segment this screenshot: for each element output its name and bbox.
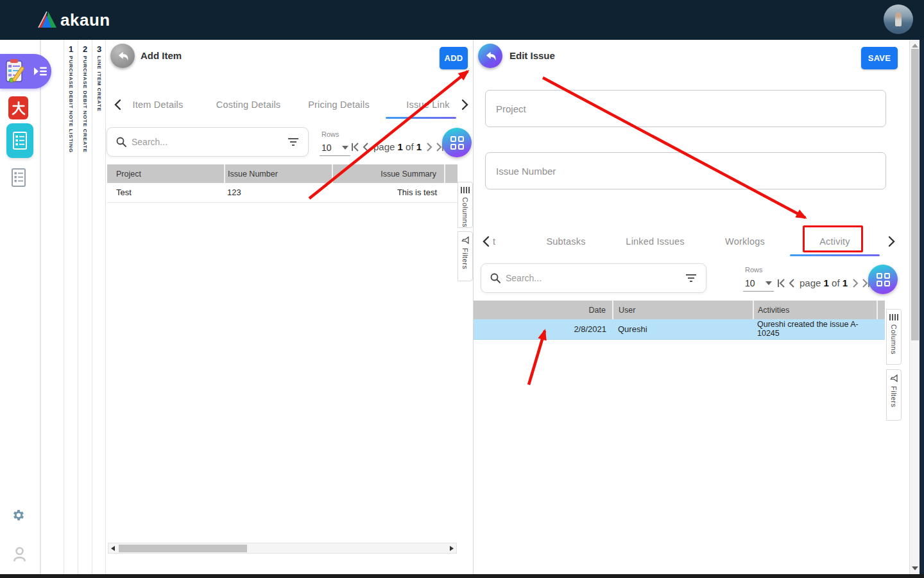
tab-item-details[interactable]: Item Details xyxy=(133,100,184,110)
grid-icon xyxy=(877,273,890,286)
filters-side-tab[interactable]: Filters xyxy=(886,369,902,421)
filter-funnel-icon xyxy=(461,236,469,244)
scroll-left-arrow-icon[interactable] xyxy=(111,546,115,551)
back-arrow-icon xyxy=(116,49,130,63)
tab-pricing-details[interactable]: Pricing Details xyxy=(308,100,370,110)
search-input[interactable] xyxy=(506,273,685,283)
brand-wordmark: akaun xyxy=(60,10,110,30)
table-header-row: Date User Activities xyxy=(474,301,885,319)
first-page-button[interactable] xyxy=(777,279,785,288)
columns-side-tab[interactable]: Columns xyxy=(458,182,473,228)
add-item-panel: Add Item ADD Item Details Costing Detail… xyxy=(105,40,472,574)
next-page-button[interactable] xyxy=(426,143,432,152)
scroll-up-arrow-icon[interactable] xyxy=(912,44,918,48)
tab-worklogs[interactable]: Worklogs xyxy=(725,236,765,247)
next-page-button[interactable] xyxy=(852,279,859,288)
column-header-issue-number[interactable]: Issue Number xyxy=(225,164,332,183)
workspace-tab-strip: 1 PURCHASE DEBIT NOTE LISTING 2 PURCHASE… xyxy=(40,40,105,574)
column-header-date[interactable]: Date xyxy=(474,301,613,319)
akaun-logo-icon xyxy=(37,9,58,31)
search-icon xyxy=(116,137,126,147)
cell-issue-number: 123 xyxy=(225,183,332,202)
horizontal-scroll-thumb[interactable] xyxy=(119,545,247,552)
cell-stub xyxy=(445,183,458,202)
search-input[interactable] xyxy=(132,137,287,147)
user-avatar[interactable] xyxy=(884,4,913,34)
issue-number-field[interactable] xyxy=(485,152,886,189)
column-header-user[interactable]: User xyxy=(613,301,753,319)
activity-table: Date User Activities 2/8/2021 Qureshi Qu… xyxy=(474,301,885,340)
list-table-icon xyxy=(12,131,28,150)
filter-list-icon[interactable] xyxy=(685,274,697,283)
rows-per-page-value: 10 xyxy=(321,143,332,153)
table-row-selected[interactable]: 2/8/2021 Qureshi Qureshi created the iss… xyxy=(474,319,885,339)
collapse-menu-icon xyxy=(33,65,47,78)
workspace-tab-purchase-debit-note-listing[interactable]: 1 PURCHASE DEBIT NOTE LISTING xyxy=(64,40,78,574)
da-app-icon[interactable] xyxy=(8,96,28,119)
rows-label: Rows xyxy=(745,266,763,274)
issue-number-input[interactable] xyxy=(486,153,886,189)
search-card xyxy=(481,263,706,293)
workspace-tab-label: LINE ITEM CREATE xyxy=(96,56,102,112)
workspace-tab-line-item-create[interactable]: 3 LINE ITEM CREATE xyxy=(92,40,106,574)
prev-page-button[interactable] xyxy=(789,279,795,288)
app-sidebar xyxy=(0,40,40,574)
column-header-issue-summary[interactable]: Issue Summary xyxy=(332,164,445,183)
rows-label: Rows xyxy=(321,130,339,138)
cell-project: Test xyxy=(107,183,225,202)
scroll-right-arrow-icon[interactable] xyxy=(450,546,454,551)
table-row[interactable]: Test 123 This is test xyxy=(107,183,458,202)
vertical-scroll-thumb[interactable] xyxy=(911,49,919,340)
columns-label: Columns xyxy=(890,324,898,355)
scroll-down-arrow-icon[interactable] xyxy=(912,566,918,570)
ledger-app-icon[interactable] xyxy=(6,123,33,158)
column-header-activities[interactable]: Activities xyxy=(753,301,877,319)
save-button[interactable]: SAVE xyxy=(861,47,898,69)
columns-label: Columns xyxy=(461,197,469,227)
profile-person-icon[interactable] xyxy=(13,547,26,562)
cell-stub xyxy=(877,319,885,339)
tab-issue-link-active[interactable]: Issue Link xyxy=(406,100,449,110)
column-header-stub xyxy=(445,164,458,183)
back-button[interactable] xyxy=(110,44,135,68)
add-button[interactable]: ADD xyxy=(440,47,468,69)
rows-per-page-select[interactable]: 10 xyxy=(320,139,350,156)
panel-title: Edit Issue xyxy=(509,50,555,61)
grid-view-button[interactable] xyxy=(868,265,898,294)
back-button[interactable] xyxy=(478,44,502,68)
tab-partial[interactable]: t xyxy=(493,236,495,247)
vertical-scrollbar[interactable] xyxy=(909,40,920,574)
top-header: akaun xyxy=(0,0,924,40)
tabs-scroll-right-icon[interactable] xyxy=(887,236,896,247)
tab-linked-issues[interactable]: Linked Issues xyxy=(626,236,684,247)
filters-side-tab[interactable]: Filters xyxy=(458,231,473,281)
rows-per-page-value: 10 xyxy=(745,278,755,288)
workspace-tab-purchase-debit-note-create[interactable]: 2 PURCHASE DEBIT NOTE CREATE xyxy=(78,40,92,574)
tab-subtasks[interactable]: Subtasks xyxy=(546,236,585,247)
prev-page-button[interactable] xyxy=(363,143,369,152)
active-module-icon[interactable] xyxy=(0,54,51,89)
columns-side-tab[interactable]: Columns xyxy=(886,309,902,365)
settings-gear-icon[interactable] xyxy=(12,509,26,523)
filter-list-icon[interactable] xyxy=(287,137,299,146)
tabs-scroll-left-icon[interactable] xyxy=(114,99,122,110)
horizontal-scrollbar[interactable] xyxy=(108,543,457,554)
rows-per-page-select[interactable]: 10 xyxy=(743,275,774,292)
edit-issue-panel: Edit Issue SAVE t Subtasks Linked Issues… xyxy=(473,40,905,574)
tab-costing-details[interactable]: Costing Details xyxy=(216,100,281,110)
project-field[interactable] xyxy=(485,90,886,127)
column-header-project[interactable]: Project xyxy=(107,164,225,183)
clipboard-illustration-icon xyxy=(4,58,28,85)
cell-user: Qureshi xyxy=(613,319,753,339)
tabs-scroll-left-icon[interactable] xyxy=(482,236,490,247)
inactive-list-icon[interactable] xyxy=(11,168,26,188)
tab-activity-active[interactable]: Activity xyxy=(819,236,850,247)
page-indicator: page 1 of 1 xyxy=(800,277,848,288)
grid-icon xyxy=(450,136,464,150)
tabs-scroll-right-icon[interactable] xyxy=(461,99,469,110)
project-input[interactable] xyxy=(486,91,886,127)
filters-label: Filters xyxy=(461,248,469,269)
grid-view-button[interactable] xyxy=(442,128,472,157)
first-page-button[interactable] xyxy=(351,143,359,152)
workspace-tab-number: 2 xyxy=(78,44,92,54)
